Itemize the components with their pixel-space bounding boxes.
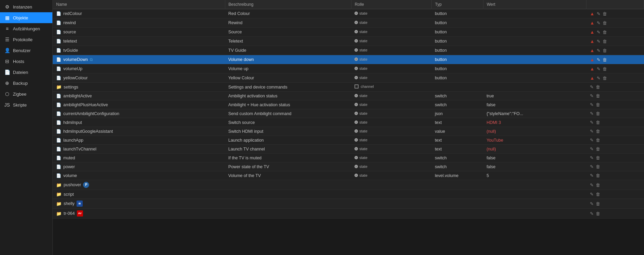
sidebar-item-protokolle[interactable]: ☰Protokolle: [0, 34, 52, 45]
cell-value: [483, 9, 587, 18]
table-row[interactable]: 📄volumeVolume of the TVstatelevel.volume…: [53, 171, 644, 180]
delete-button[interactable]: 🗑: [602, 57, 607, 62]
delete-button[interactable]: 🗑: [602, 39, 607, 44]
delete-button[interactable]: 🗑: [596, 93, 600, 98]
edit-button[interactable]: ✎: [590, 146, 594, 152]
table-row[interactable]: 📄ambilightActiveAmbilight activation sta…: [53, 92, 644, 100]
edit-button[interactable]: ✎: [597, 66, 600, 71]
edit-button[interactable]: ✎: [597, 76, 600, 81]
edit-button[interactable]: ✎: [597, 39, 600, 44]
edit-button[interactable]: ✎: [590, 192, 594, 197]
edit-button[interactable]: ✎: [597, 11, 600, 16]
sidebar-item-dateien[interactable]: 📄Dateien: [0, 67, 52, 78]
cell-value: [483, 55, 587, 64]
delete-button[interactable]: 🗑: [596, 155, 600, 160]
delete-button[interactable]: 🗑: [596, 182, 600, 188]
table-row[interactable]: 📄launchAppLaunch applicationstatetextYou…: [53, 136, 644, 145]
table-row[interactable]: 📄tvGuideTV Guidestatebutton▲✎🗑: [53, 46, 644, 55]
row-name-text: volume: [63, 173, 77, 178]
delete-button[interactable]: 🗑: [602, 30, 607, 35]
sidebar-item-zigbee[interactable]: ⬡Zigbee: [0, 89, 52, 99]
delete-button[interactable]: 🗑: [596, 129, 600, 134]
delete-button[interactable]: 🗑: [596, 201, 600, 206]
table-row[interactable]: 📁tr-064AV✎🗑: [53, 209, 644, 219]
table-row[interactable]: 📄sourceSourcestatebutton▲✎🗑: [53, 28, 644, 37]
table-row[interactable]: 📄ambilightPlusHueActiveAmbilight + Hue a…: [53, 100, 644, 109]
sidebar-item-skripte[interactable]: JSSkripte: [0, 99, 52, 110]
table-row[interactable]: 📄volumeDown⧉Volume downstatebutton▲✎🗑: [53, 55, 644, 64]
edit-button[interactable]: ✎: [590, 201, 594, 206]
table-row[interactable]: 📄volumeUpVolume upstatebutton▲✎🗑: [53, 64, 644, 74]
sidebar-item-backup[interactable]: ⊕Backup: [0, 78, 52, 89]
delete-button[interactable]: 🗑: [596, 84, 600, 90]
table-row[interactable]: 📁script✎🗑: [53, 190, 644, 199]
table-row[interactable]: 📁settingsSettings and device commandscha…: [53, 83, 644, 92]
delete-button[interactable]: 🗑: [596, 211, 600, 216]
cell-role: state: [351, 127, 431, 136]
table-row[interactable]: 📁pushoverP✎🗑: [53, 180, 644, 190]
cell-role: state: [351, 162, 431, 171]
sidebar-item-objekte[interactable]: ▦Objekte: [0, 12, 52, 23]
delete-button[interactable]: 🗑: [596, 146, 600, 152]
cell-role: channel: [351, 83, 431, 92]
table-row[interactable]: 📄mutedIf the TV is mutedstateswitchfalse…: [53, 154, 644, 162]
edit-button[interactable]: ✎: [597, 48, 600, 53]
cell-type: switch: [431, 162, 483, 171]
delete-button[interactable]: 🗑: [602, 48, 607, 53]
edit-button[interactable]: ✎: [597, 20, 600, 26]
cell-role: state: [351, 55, 431, 64]
file-icon: 📄: [56, 66, 61, 71]
table-row[interactable]: 📄hdmiInputSwitch sourcestatetextHDMI 3✎🗑: [53, 118, 644, 127]
copy-icon[interactable]: ⧉: [90, 57, 93, 62]
objects-table-container[interactable]: Name Beschreibung Rolle Typ Wert 📄redCol…: [53, 0, 644, 255]
cell-value: [483, 46, 587, 55]
table-row[interactable]: 📄powerPower state of the TVstateswitchfa…: [53, 162, 644, 171]
edit-button[interactable]: ✎: [590, 120, 594, 125]
delete-button[interactable]: 🗑: [596, 173, 600, 178]
edit-button[interactable]: ✎: [590, 102, 594, 107]
role-label: state: [359, 94, 367, 98]
cell-type: text: [431, 136, 483, 145]
edit-button[interactable]: ✎: [590, 93, 594, 98]
sidebar-item-aufzaehlungen[interactable]: ≡Aufzählungen: [0, 23, 52, 34]
edit-button[interactable]: ✎: [590, 129, 594, 134]
delete-button[interactable]: 🗑: [596, 192, 600, 197]
edit-button[interactable]: ✎: [590, 211, 594, 216]
table-row[interactable]: 📄teletextTeletextstatebutton▲✎🗑: [53, 37, 644, 46]
role-label: state: [359, 30, 367, 34]
edit-button[interactable]: ✎: [597, 57, 600, 62]
edit-button[interactable]: ✎: [590, 138, 594, 143]
edit-button[interactable]: ✎: [597, 30, 600, 35]
delete-button[interactable]: 🗑: [602, 20, 607, 26]
table-row[interactable]: 📄rewindRewindstatebutton▲✎🗑: [53, 18, 644, 28]
edit-button[interactable]: ✎: [590, 173, 594, 178]
delete-button[interactable]: 🗑: [602, 11, 607, 16]
cell-role: state: [351, 145, 431, 154]
edit-button[interactable]: ✎: [590, 155, 594, 160]
role-badge: state: [354, 173, 367, 177]
table-row[interactable]: 📄hdmiInputGoogleAssistantSwitch HDMI inp…: [53, 127, 644, 136]
delete-button[interactable]: 🗑: [602, 66, 607, 71]
table-row[interactable]: 📄launchTvChannelLaunch TV channelstatete…: [53, 145, 644, 154]
cell-type: button: [431, 64, 483, 74]
delete-button[interactable]: 🗑: [596, 120, 600, 125]
delete-button[interactable]: 🗑: [596, 138, 600, 143]
table-row[interactable]: 📄yellowColourYellow Colourstatebutton▲✎🗑: [53, 74, 644, 83]
edit-button[interactable]: ✎: [590, 111, 594, 116]
cell-actions: ✎🗑: [587, 154, 644, 162]
sidebar-item-instanzen[interactable]: ⚙Instanzen: [0, 1, 52, 12]
table-row[interactable]: 📄redColourRed Colourstatebutton▲✎🗑: [53, 9, 644, 18]
sidebar-item-label-protokolle: Protokolle: [13, 37, 33, 42]
delete-button[interactable]: 🗑: [596, 102, 600, 107]
cell-type: button: [431, 28, 483, 37]
table-row[interactable]: 📁shelly≋✎🗑: [53, 199, 644, 209]
delete-button[interactable]: 🗑: [596, 111, 600, 116]
table-row[interactable]: 📄currentAmbilightConfigurationSend custo…: [53, 109, 644, 118]
delete-button[interactable]: 🗑: [602, 76, 607, 81]
delete-button[interactable]: 🗑: [596, 164, 600, 169]
edit-button[interactable]: ✎: [590, 84, 594, 90]
edit-button[interactable]: ✎: [590, 182, 594, 188]
sidebar-item-hosts[interactable]: ⊟Hosts: [0, 56, 52, 67]
sidebar-item-benutzer[interactable]: 👤Benutzer: [0, 45, 52, 56]
edit-button[interactable]: ✎: [590, 164, 594, 169]
